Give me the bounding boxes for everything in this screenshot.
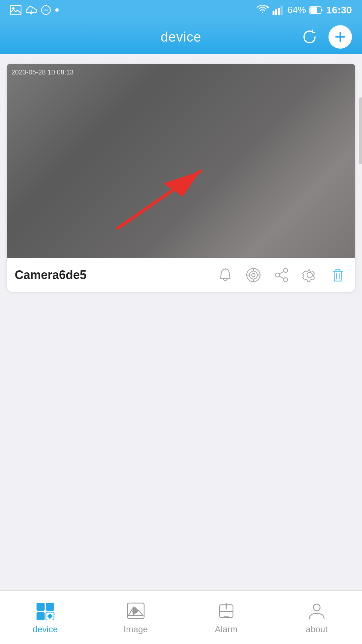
nav-item-device[interactable]: device: [0, 600, 90, 635]
camera-info-row: Camera6de5: [7, 258, 355, 292]
svg-point-31: [307, 272, 312, 278]
svg-point-27: [276, 273, 280, 277]
svg-rect-35: [37, 603, 45, 611]
bottom-navigation: device Image Alarm: [0, 590, 362, 644]
svg-line-30: [280, 276, 284, 278]
share-button[interactable]: [272, 266, 291, 284]
svg-point-5: [55, 8, 59, 12]
device-nav-label: device: [33, 624, 58, 635]
signal-icon: [273, 5, 284, 15]
image-nav-icon: [125, 600, 146, 622]
camera-thumbnail[interactable]: 2023-05-28 10:08:13: [7, 64, 355, 258]
alarm-nav-icon: [216, 600, 237, 622]
status-bar: 64% 16:30: [0, 0, 362, 20]
svg-point-50: [313, 604, 320, 611]
dot-icon: [55, 8, 59, 12]
header-actions: [298, 25, 352, 49]
svg-point-20: [249, 271, 257, 279]
alarm-nav-label: Alarm: [215, 624, 238, 635]
svg-rect-6: [273, 11, 275, 15]
settings-button[interactable]: [300, 266, 319, 284]
svg-rect-39: [47, 613, 53, 619]
gallery-icon: [10, 5, 21, 15]
svg-rect-12: [310, 7, 317, 13]
status-bar-right: 64% 16:30: [256, 4, 352, 16]
svg-line-16: [118, 171, 200, 228]
main-content: 2023-05-28 10:08:13 Camera6de5: [0, 54, 362, 590]
svg-line-29: [280, 272, 284, 274]
minus-icon: [41, 5, 51, 15]
nav-item-image[interactable]: Image: [90, 600, 181, 635]
image-nav-label: Image: [124, 624, 148, 635]
time-display: 16:30: [326, 4, 352, 16]
page-title: device: [161, 30, 201, 45]
camera-action-buttons: [216, 266, 347, 284]
delete-button[interactable]: [328, 266, 347, 284]
camera-card: 2023-05-28 10:08:13 Camera6de5: [7, 64, 355, 292]
battery-icon: [309, 6, 323, 14]
svg-rect-9: [281, 6, 283, 15]
battery-percentage: 64%: [287, 5, 306, 15]
nav-item-about[interactable]: about: [272, 600, 362, 635]
svg-rect-36: [46, 603, 54, 611]
page-header: device: [0, 20, 362, 54]
wifi-icon: [256, 5, 269, 15]
nav-item-alarm[interactable]: Alarm: [181, 600, 272, 635]
svg-rect-11: [321, 9, 322, 11]
device-nav-icon: [35, 600, 56, 622]
svg-point-21: [252, 273, 255, 277]
svg-rect-37: [37, 612, 45, 620]
svg-rect-0: [10, 5, 21, 15]
refresh-button[interactable]: [298, 25, 322, 49]
cloud-icon: [25, 5, 37, 15]
alarm-button[interactable]: [216, 266, 235, 284]
about-nav-icon: [306, 600, 327, 622]
camera-name: Camera6de5: [15, 268, 86, 282]
scroll-indicator: [359, 97, 362, 164]
svg-rect-8: [278, 8, 280, 15]
camera-arrow: [7, 64, 355, 258]
add-device-button[interactable]: [328, 25, 352, 49]
svg-point-26: [284, 268, 288, 272]
status-bar-left: [10, 5, 59, 15]
svg-point-28: [284, 278, 288, 282]
video-button[interactable]: [244, 266, 263, 284]
svg-rect-7: [275, 9, 277, 15]
about-nav-label: about: [306, 624, 327, 635]
